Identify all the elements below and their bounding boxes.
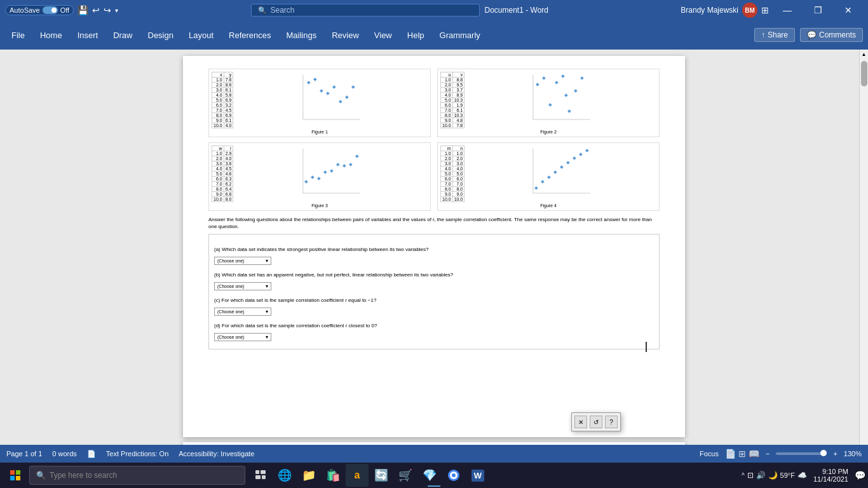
tab-grammarly[interactable]: Grammarly bbox=[433, 28, 487, 43]
task-view-icon bbox=[255, 470, 266, 480]
taskbar-right: ^ ⊡ 🔊 🌙 59°F ☁️ 9:10 PM 11/14/2021 💬 bbox=[742, 468, 865, 483]
speaker-icon[interactable]: 🔊 bbox=[756, 471, 766, 480]
amazon-icon[interactable]: a bbox=[346, 464, 369, 487]
save-icon[interactable]: 💾 bbox=[78, 5, 88, 15]
taskbar-search[interactable]: 🔍 bbox=[29, 466, 245, 485]
figure-1-plot bbox=[236, 72, 428, 123]
question-b-text: Which data set has an apparent negative,… bbox=[222, 272, 453, 278]
close-button[interactable]: ✕ bbox=[834, 0, 863, 20]
user-avatar: BM bbox=[742, 3, 757, 18]
task-view-button[interactable] bbox=[249, 464, 272, 487]
figure-4-block: mn 1.01.0 2.02.0 3.03.0 4.04.0 5.05.0 6.… bbox=[437, 142, 660, 211]
customize-icon[interactable]: ▾ bbox=[115, 7, 118, 14]
popup-close-button[interactable]: ✕ bbox=[574, 416, 587, 428]
dropdown-a[interactable]: (Choose one) bbox=[214, 257, 271, 265]
undo-icon[interactable]: ↩ bbox=[92, 5, 100, 15]
svg-rect-48 bbox=[261, 470, 266, 474]
layout-icon[interactable]: ⊞ bbox=[761, 5, 769, 15]
proofing-icon[interactable]: 📄 bbox=[87, 450, 96, 458]
text-predictions[interactable]: Text Predictions: On bbox=[106, 450, 168, 458]
svg-rect-34 bbox=[534, 186, 538, 190]
onedrive-icon[interactable]: ☁️ bbox=[797, 471, 807, 480]
vertical-scrollbar[interactable]: ▲ bbox=[859, 50, 868, 445]
status-bar: Page 1 of 1 0 words 📄 Text Predictions: … bbox=[0, 445, 868, 463]
web-layout-btn[interactable]: ⊞ bbox=[738, 449, 746, 459]
svg-rect-18 bbox=[574, 89, 578, 93]
figure-4-plot bbox=[467, 146, 656, 196]
app-icon-6[interactable]: 🛒 bbox=[394, 464, 417, 487]
redo-icon[interactable]: ↪ bbox=[104, 5, 111, 15]
dropdown-c-value: (Choose one) bbox=[217, 309, 244, 314]
tab-home[interactable]: Home bbox=[34, 28, 69, 43]
autosave-toggle[interactable]: AutoSave Off bbox=[5, 5, 74, 15]
search-input[interactable] bbox=[271, 6, 473, 15]
app-icon-7[interactable]: 💎 bbox=[418, 464, 441, 487]
popup-reset-button[interactable]: ↺ bbox=[590, 416, 602, 428]
windows-icon bbox=[10, 470, 20, 480]
app-icon-5[interactable]: 🔄 bbox=[370, 464, 393, 487]
start-button[interactable] bbox=[3, 464, 28, 487]
tab-mailings[interactable]: Mailings bbox=[280, 28, 323, 43]
tab-file[interactable]: File bbox=[5, 28, 31, 43]
svg-rect-2 bbox=[307, 81, 311, 85]
dropdown-b-value: (Choose one) bbox=[217, 284, 244, 288]
notification-icon[interactable]: 💬 bbox=[855, 470, 865, 480]
svg-point-53 bbox=[452, 473, 456, 477]
word-count: 0 words bbox=[52, 450, 77, 458]
search-bar[interactable]: 🔍 bbox=[251, 4, 480, 17]
tab-insert[interactable]: Insert bbox=[71, 28, 105, 43]
restore-button[interactable]: ❐ bbox=[803, 0, 832, 20]
dropdown-c[interactable]: (Choose one) bbox=[214, 308, 271, 316]
autosave-label: AutoSave bbox=[10, 6, 40, 14]
scroll-thumb[interactable] bbox=[861, 61, 867, 86]
folder-icon[interactable]: 📁 bbox=[297, 464, 320, 487]
figure-4-caption: Figure 4 bbox=[440, 203, 656, 208]
autosave-toggle-pill[interactable] bbox=[43, 6, 58, 14]
network-icon[interactable]: ⊡ bbox=[747, 471, 754, 480]
svg-rect-6 bbox=[332, 85, 336, 89]
tab-draw[interactable]: Draw bbox=[107, 28, 139, 43]
zoom-out-btn[interactable]: − bbox=[766, 450, 770, 458]
weather-icon[interactable]: 🌙 bbox=[768, 471, 778, 480]
tray-chevron[interactable]: ^ bbox=[742, 472, 745, 479]
chrome-icon[interactable] bbox=[442, 464, 465, 487]
win-controls: — ❐ ✕ bbox=[773, 0, 863, 20]
word-icon[interactable]: W bbox=[466, 464, 489, 487]
comment-icon: 💬 bbox=[807, 30, 817, 39]
view-buttons: 📄 ⊞ 📖 bbox=[725, 449, 759, 459]
dropdown-a-value: (Choose one) bbox=[217, 259, 244, 263]
tab-view[interactable]: View bbox=[368, 28, 398, 43]
figure-4-inner: mn 1.01.0 2.02.0 3.03.0 4.04.0 5.05.0 6.… bbox=[440, 146, 656, 202]
svg-rect-29 bbox=[342, 164, 346, 168]
tab-review[interactable]: Review bbox=[325, 28, 365, 43]
print-layout-btn[interactable]: 📄 bbox=[725, 449, 736, 459]
scroll-up-arrow[interactable]: ▲ bbox=[860, 50, 869, 58]
svg-rect-37 bbox=[553, 170, 557, 174]
tab-layout[interactable]: Layout bbox=[182, 28, 220, 43]
focus-button[interactable]: Focus bbox=[700, 450, 719, 458]
question-c-block: (c) For which data set is the sample cor… bbox=[214, 293, 654, 316]
dropdown-b[interactable]: (Choose one) bbox=[214, 282, 271, 290]
tab-design[interactable]: Design bbox=[142, 28, 180, 43]
svg-rect-8 bbox=[345, 95, 349, 99]
svg-rect-46 bbox=[16, 476, 20, 480]
dropdown-d[interactable]: (Choose one) bbox=[214, 333, 271, 341]
tab-help[interactable]: Help bbox=[401, 28, 431, 43]
zoom-in-btn[interactable]: + bbox=[833, 450, 837, 458]
read-mode-btn[interactable]: 📖 bbox=[749, 449, 759, 459]
question-a-text: Which data set indicates the strongest p… bbox=[222, 247, 429, 252]
tab-references[interactable]: References bbox=[222, 28, 277, 43]
edge-icon[interactable]: 🌐 bbox=[273, 464, 296, 487]
popup-help-button[interactable]: ? bbox=[605, 416, 618, 428]
store-icon[interactable]: 🛍️ bbox=[322, 464, 344, 487]
accessibility[interactable]: Accessibility: Investigate bbox=[179, 450, 254, 458]
svg-rect-3 bbox=[313, 78, 317, 81]
taskbar-search-input[interactable] bbox=[50, 471, 238, 480]
comments-button[interactable]: 💬 Comments bbox=[800, 28, 863, 42]
minimize-button[interactable]: — bbox=[773, 0, 802, 20]
dropdown-d-value: (Choose one) bbox=[217, 335, 244, 339]
svg-rect-36 bbox=[547, 175, 551, 179]
zoom-slider[interactable] bbox=[776, 452, 827, 455]
time-block[interactable]: 9:10 PM 11/14/2021 bbox=[810, 468, 852, 483]
share-button[interactable]: ↑ Share bbox=[754, 28, 795, 42]
